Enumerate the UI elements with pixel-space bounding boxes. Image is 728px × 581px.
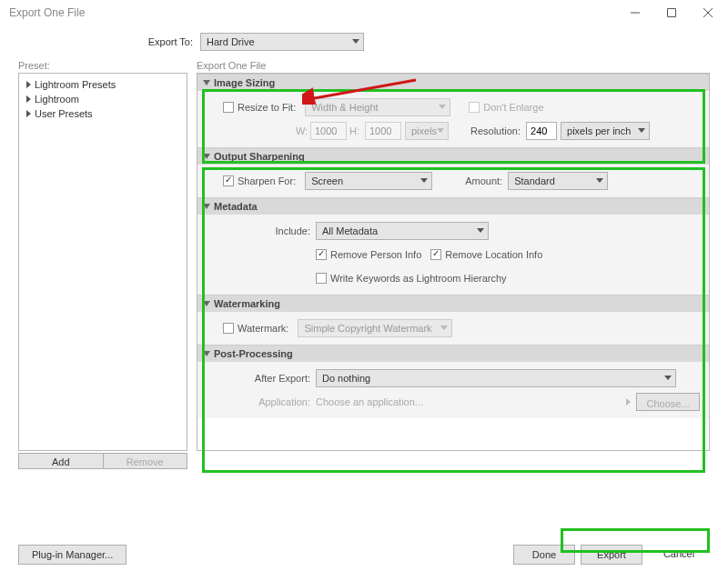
plugin-manager-button[interactable]: Plug-in Manager... <box>18 545 126 565</box>
done-button[interactable]: Done <box>513 545 575 565</box>
after-export-value: Do nothing <box>322 373 370 384</box>
chevron-down-icon <box>477 228 484 234</box>
chevron-down-icon <box>420 178 428 184</box>
preset-label: Preset: <box>18 60 187 71</box>
close-button[interactable] <box>690 0 726 25</box>
section-header-sharpening[interactable]: Output Sharpening <box>197 148 709 165</box>
application-label: Application: <box>207 396 316 407</box>
chevron-down-icon <box>352 39 359 45</box>
remove-person-label: Remove Person Info <box>330 249 421 260</box>
add-preset-button[interactable]: Add <box>18 453 103 469</box>
chevron-down-icon <box>638 128 645 134</box>
w-label: W: <box>296 125 310 136</box>
write-keywords-label: Write Keywords as Lightroom Hierarchy <box>330 273 507 284</box>
watermark-label: Watermark: <box>238 323 298 334</box>
section-header-metadata[interactable]: Metadata <box>197 198 709 215</box>
preset-item[interactable]: Lightroom <box>21 92 185 106</box>
height-input <box>365 122 401 140</box>
choose-app-button: Choose... <box>636 393 700 411</box>
triangle-right-icon <box>26 81 31 88</box>
section-title: Watermarking <box>214 298 280 309</box>
triangle-right-icon <box>26 110 31 117</box>
preset-item-label: User Presets <box>35 108 93 119</box>
triangle-down-icon <box>203 80 210 85</box>
watermark-checkbox[interactable] <box>223 323 234 334</box>
application-value: Choose an application... <box>316 396 622 407</box>
titlebar: Export One File <box>0 0 728 25</box>
sharpen-checkbox[interactable] <box>223 175 234 186</box>
export-to-label: Export To: <box>18 36 200 47</box>
remove-location-checkbox[interactable] <box>430 249 441 260</box>
resolution-label: Resolution: <box>470 125 526 136</box>
section-title: Post-Processing <box>214 348 293 359</box>
remove-preset-button: Remove <box>103 453 188 469</box>
remove-person-checkbox[interactable] <box>316 249 327 260</box>
amount-label: Amount: <box>465 175 508 186</box>
export-button[interactable]: Export <box>581 545 642 565</box>
preset-list[interactable]: Lightroom Presets Lightroom User Presets <box>18 73 187 451</box>
section-title: Metadata <box>214 201 258 212</box>
unit-value: pixels <box>411 125 437 136</box>
remove-location-label: Remove Location Info <box>445 249 542 260</box>
chevron-down-icon <box>439 105 446 110</box>
fit-mode-select: Width & Height <box>305 98 450 116</box>
dont-enlarge-checkbox <box>469 102 480 113</box>
resolution-input[interactable] <box>526 122 557 140</box>
include-label: Include: <box>207 225 316 236</box>
triangle-down-icon <box>203 154 210 159</box>
resolution-unit-select[interactable]: pixels per inch <box>561 122 650 140</box>
preset-item-label: Lightroom <box>35 94 79 105</box>
minimize-button[interactable] <box>617 0 653 25</box>
triangle-down-icon <box>203 351 210 356</box>
after-export-select[interactable]: Do nothing <box>316 369 676 387</box>
window-title: Export One File <box>9 6 85 19</box>
cancel-button[interactable]: Cancel <box>648 545 710 565</box>
triangle-down-icon <box>203 204 210 209</box>
width-input <box>310 122 347 140</box>
section-header-post-processing[interactable]: Post-Processing <box>197 346 709 362</box>
sharpen-for-value: Screen <box>311 175 343 186</box>
preset-item[interactable]: User Presets <box>21 106 185 121</box>
right-panel-label: Export One File <box>197 60 710 71</box>
triangle-right-icon <box>26 95 31 103</box>
include-value: All Metadata <box>322 225 378 236</box>
section-header-image-sizing[interactable]: Image Sizing <box>197 75 709 91</box>
h-label: H: <box>347 125 365 136</box>
unit-select: pixels <box>405 122 449 140</box>
watermark-select: Simple Copyright Watermark <box>298 319 452 337</box>
section-title: Output Sharpening <box>214 151 305 162</box>
section-title: Image Sizing <box>214 77 275 88</box>
settings-panel[interactable]: Image Sizing Resize to Fit: Width & Heig… <box>197 73 710 451</box>
watermark-value: Simple Copyright Watermark <box>304 323 431 334</box>
triangle-right-icon <box>626 398 631 406</box>
chevron-down-icon <box>440 326 448 331</box>
export-to-value: Hard Drive <box>207 36 255 47</box>
preset-item[interactable]: Lightroom Presets <box>21 77 185 92</box>
after-export-label: After Export: <box>207 373 316 384</box>
triangle-down-icon <box>203 301 210 306</box>
sharpen-for-label: Sharpen For: <box>238 175 305 186</box>
preset-item-label: Lightroom Presets <box>35 79 116 90</box>
chevron-down-icon <box>596 178 603 184</box>
include-select[interactable]: All Metadata <box>316 222 489 240</box>
resize-to-fit-checkbox[interactable] <box>223 102 234 113</box>
resize-to-fit-label: Resize to Fit: <box>238 102 305 113</box>
dont-enlarge-label: Don't Enlarge <box>483 102 549 113</box>
amount-value: Standard <box>514 175 555 186</box>
chevron-down-icon <box>437 128 444 134</box>
maximize-button[interactable] <box>653 0 690 25</box>
write-keywords-checkbox[interactable] <box>316 273 327 284</box>
sharpen-for-select[interactable]: Screen <box>305 172 432 190</box>
amount-select[interactable]: Standard <box>508 172 608 190</box>
export-to-select[interactable]: Hard Drive <box>200 33 364 51</box>
resolution-unit-value: pixels per inch <box>567 125 631 136</box>
fit-mode-value: Width & Height <box>311 102 378 113</box>
chevron-down-icon <box>664 376 672 381</box>
section-header-watermark[interactable]: Watermarking <box>197 296 709 312</box>
